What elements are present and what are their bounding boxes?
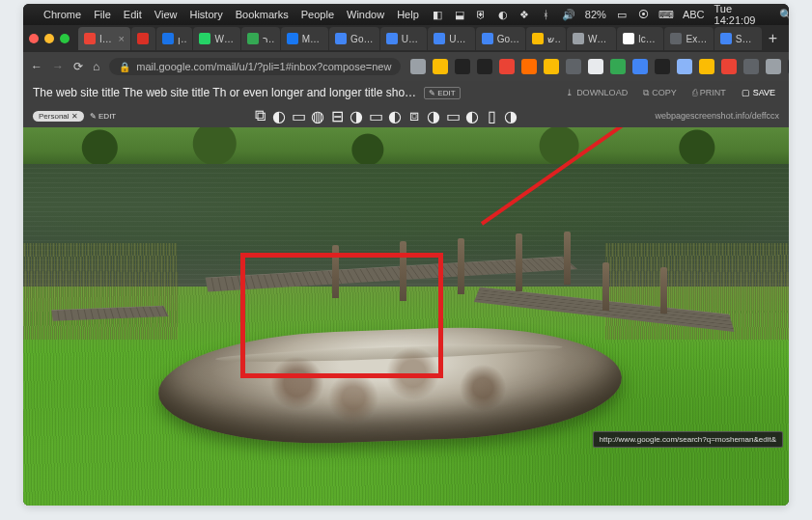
new-tab-button[interactable]: + [763, 30, 783, 47]
close-window-button[interactable] [29, 34, 39, 43]
browser-tab[interactable]: Extens [664, 27, 713, 50]
tool-line-icon[interactable]: ▭ [369, 109, 382, 123]
browser-tab[interactable]: Messe [281, 27, 328, 50]
tool-step-icon[interactable]: ▯ [485, 109, 498, 123]
status-icon[interactable]: ❖ [518, 8, 531, 21]
extension-icon[interactable] [788, 59, 789, 74]
browser-tab[interactable]: Untitle [380, 27, 427, 50]
extension-icon[interactable] [455, 59, 470, 74]
tool-blur-icon[interactable]: ◍ [311, 109, 324, 123]
save-button[interactable]: ▢ SAVE [738, 86, 779, 99]
tool-callout-icon[interactable]: ◐ [465, 109, 479, 123]
menu-bookmarks[interactable]: Bookmarks [236, 9, 289, 20]
extension-icon[interactable] [410, 59, 426, 74]
browser-tab[interactable]: Whats [193, 27, 239, 50]
browser-tab[interactable]: Google [329, 27, 379, 50]
browser-tab[interactable]: Sandb [714, 27, 762, 50]
browser-tab[interactable]: ספר [241, 27, 280, 50]
extension-icon[interactable] [632, 59, 648, 74]
volume-icon[interactable]: 🔊 [562, 8, 575, 21]
menu-history[interactable]: History [189, 9, 222, 20]
menu-help[interactable]: Help [397, 9, 419, 20]
battery-icon[interactable]: ▭ [616, 8, 629, 21]
capture-canvas[interactable]: http://www.google.com/search?q=mosheman&… [23, 127, 789, 506]
tab-label: חדש [547, 34, 560, 44]
tab-label: Whats [214, 34, 234, 44]
status-icon[interactable]: ⬓ [453, 8, 465, 21]
browser-tab[interactable]: Webpa [567, 27, 616, 50]
tool-rect-icon[interactable]: ▭ [292, 109, 305, 123]
browser-tab[interactable]: יומן [156, 27, 192, 50]
tool-pen-icon[interactable]: ◐ [388, 109, 402, 123]
menu-edit[interactable]: Edit [124, 9, 142, 20]
menu-file[interactable]: File [94, 9, 111, 20]
extension-icon[interactable] [566, 59, 581, 74]
extension-icon[interactable] [677, 59, 692, 74]
tab-close-icon[interactable]: × [118, 33, 124, 44]
home-button[interactable]: ⌂ [93, 60, 99, 73]
tag-pill[interactable]: Personal ✕ [33, 111, 84, 122]
tool-number-icon[interactable]: ◑ [427, 109, 440, 123]
extension-icon[interactable] [743, 59, 759, 74]
tool-highlight-icon[interactable]: ◐ [272, 109, 286, 123]
capture-share-url[interactable]: webpagescreenshot.info/deffccx [656, 111, 779, 121]
battery-percent[interactable]: 82% [585, 9, 606, 20]
forward-button[interactable]: → [52, 60, 64, 73]
extension-icon[interactable] [588, 59, 603, 74]
chrome-navbar: ← → ⟳ ⌂ 🔒 mail.google.com/mail/u/1/?pli=… [23, 52, 789, 81]
reload-button[interactable]: ⟳ [73, 60, 83, 73]
extension-icon[interactable] [433, 59, 448, 74]
edit-title-button[interactable]: ✎ EDIT [424, 87, 460, 99]
browser-tab[interactable]: Untitle [428, 27, 474, 50]
menu-people[interactable]: People [301, 9, 334, 20]
status-icon[interactable]: ◧ [432, 8, 444, 21]
spotlight-icon[interactable]: 🔍 [779, 8, 789, 21]
input-source[interactable]: ABC [683, 9, 705, 20]
browser-tab[interactable] [131, 27, 155, 50]
extension-icon[interactable] [766, 59, 781, 74]
tab-label: Sandb [736, 34, 756, 44]
extension-icon[interactable] [655, 59, 670, 74]
bluetooth-icon[interactable]: ᚼ [540, 8, 552, 21]
menu-window[interactable]: Window [347, 9, 384, 20]
back-button[interactable]: ← [31, 60, 42, 73]
print-button[interactable]: ⎙ PRINT [688, 86, 730, 99]
status-icon[interactable]: ◐ [496, 8, 509, 21]
extension-icon[interactable] [610, 59, 626, 74]
lock-icon: 🔒 [119, 62, 130, 72]
tool-ellipse-icon[interactable]: ⧈ [407, 109, 421, 123]
menu-view[interactable]: View [154, 9, 178, 20]
clock[interactable]: Tue 14:21:09 [714, 4, 770, 26]
extension-icon[interactable] [699, 59, 714, 74]
extension-icon[interactable] [477, 59, 492, 74]
edit-tags-button[interactable]: ✎ EDIT [90, 112, 116, 121]
extension-icon[interactable] [499, 59, 515, 74]
download-button[interactable]: ⤓ DOWNLOAD [562, 86, 631, 99]
capture-titlebar: The web site title The web site title Th… [23, 81, 789, 104]
app-name[interactable]: Chrome [43, 9, 81, 20]
tab-label: Messe [302, 34, 322, 44]
tool-more-icon[interactable]: ◑ [504, 109, 518, 123]
browser-tab[interactable]: Inbox× [78, 27, 130, 50]
tool-text-icon[interactable]: ⊟ [330, 109, 344, 123]
capture-toolbar: Personal ✕ ✎ EDIT ⧉ ◐ ▭ ◍ ⊟ ◑ ▭ ◐ ⧈ ◑ ▭ … [23, 104, 789, 127]
shield-icon[interactable]: ⛨ [475, 8, 488, 21]
minimize-window-button[interactable] [44, 34, 54, 43]
tool-arrow-icon[interactable]: ◑ [350, 109, 363, 123]
browser-tab[interactable]: Google [476, 27, 526, 50]
keyboard-icon[interactable]: ⌨ [659, 8, 673, 21]
wifi-icon[interactable]: ⦿ [637, 8, 650, 21]
tool-emoji-icon[interactable]: ▭ [446, 109, 460, 123]
annotation-rectangle[interactable] [240, 253, 443, 378]
address-bar[interactable]: 🔒 mail.google.com/mail/u/1/?pli=1#inbox?… [109, 58, 401, 75]
extension-icon[interactable] [721, 59, 737, 74]
extension-icon[interactable] [544, 59, 559, 74]
browser-tab[interactable]: Icon S [617, 27, 663, 50]
tool-crop-icon[interactable]: ⧉ [253, 109, 266, 123]
tab-favicon [199, 33, 210, 44]
fullscreen-window-button[interactable] [60, 34, 70, 43]
extension-icon[interactable] [521, 59, 537, 74]
browser-tab[interactable]: חדש [526, 27, 566, 50]
copy-button[interactable]: ⧉ COPY [639, 86, 681, 100]
tab-favicon [623, 33, 634, 44]
